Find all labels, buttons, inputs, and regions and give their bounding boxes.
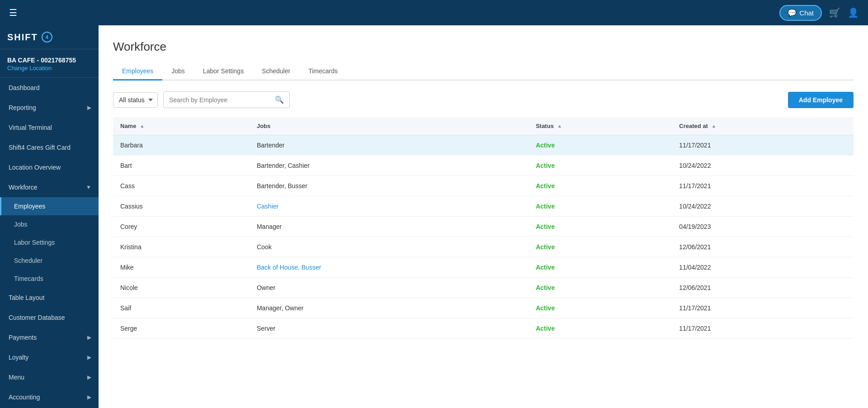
table-row[interactable]: NicoleOwnerActive12/06/2021 [113,278,854,298]
topbar: ☰ 💬 Chat 🛒 👤 [0,0,868,25]
cell-status: Active [528,217,672,237]
cell-name: Cass [113,176,250,196]
chevron-right-icon-payments: ▶ [87,334,91,341]
change-location-link[interactable]: Change Location [7,65,52,71]
cell-created-at: 04/19/2023 [672,217,854,237]
table-row[interactable]: CassiusCashierActive10/24/2022 [113,196,854,217]
chevron-right-icon-menu: ▶ [87,374,91,380]
sidebar-item-timecards[interactable]: Timecards [0,270,99,288]
table-body: BarbaraBartenderActive11/17/2021BartBart… [113,135,854,339]
cell-status: Active [528,298,672,318]
cell-jobs: Owner [250,278,528,298]
cell-status: Active [528,257,672,278]
sidebar-nav: Dashboard Reporting ▶ Virtual Terminal S… [0,78,99,407]
sidebar-logo: SHIFT 4 [0,25,99,49]
tabs: Employees Jobs Labor Settings Scheduler … [113,63,854,81]
sidebar-item-accounting[interactable]: Accounting ▶ [0,387,99,407]
th-status[interactable]: Status ▲ [528,117,672,135]
sort-icon-created: ▲ [712,123,716,128]
table-row[interactable]: KristinaCookActive12/06/2021 [113,237,854,257]
cell-jobs: Bartender, Busser [250,176,528,196]
cell-name: Nicole [113,278,250,298]
table-row[interactable]: BarbaraBartenderActive11/17/2021 [113,135,854,156]
cell-status: Active [528,278,672,298]
hamburger-icon[interactable]: ☰ [9,7,17,18]
cell-jobs: Back of House, Busser [250,257,528,278]
tab-labor-settings[interactable]: Labor Settings [194,63,253,81]
cell-created-at: 10/24/2022 [672,156,854,176]
cell-name: Serge [113,318,250,339]
cell-created-at: 12/06/2021 [672,237,854,257]
table-row[interactable]: CoreyManagerActive04/19/2023 [113,217,854,237]
cell-created-at: 11/04/2022 [672,257,854,278]
status-badge: Active [536,142,555,149]
sidebar-item-scheduler[interactable]: Scheduler [0,251,99,270]
status-filter[interactable]: All status Active Inactive [113,92,158,108]
table-row[interactable]: CassBartender, BusserActive11/17/2021 [113,176,854,196]
cell-jobs: Manager [250,217,528,237]
toolbar: All status Active Inactive 🔍 Add Employe… [113,91,854,108]
chat-label: Chat [799,9,814,17]
cell-jobs: Cook [250,237,528,257]
th-name[interactable]: Name ▲ [113,117,250,135]
cell-status: Active [528,196,672,217]
table-row[interactable]: BartBartender, CashierActive10/24/2022 [113,156,854,176]
brand-name: BA CAFE - 0021768755 [7,57,91,64]
cell-name: Saif [113,298,250,318]
tab-employees[interactable]: Employees [113,63,162,81]
sidebar-item-customer-database[interactable]: Customer Database [0,308,99,327]
status-badge: Active [536,223,555,230]
status-badge: Active [536,203,555,210]
tab-scheduler[interactable]: Scheduler [253,63,299,81]
cell-status: Active [528,156,672,176]
toolbar-left: All status Active Inactive 🔍 [113,91,290,108]
sidebar-item-menu[interactable]: Menu ▶ [0,367,99,387]
sidebar-item-loyalty[interactable]: Loyalty ▶ [0,347,99,367]
sidebar-item-gift-card[interactable]: Shift4 Cares Gift Card [0,138,99,157]
chat-icon: 💬 [788,9,797,17]
tab-timecards[interactable]: Timecards [299,63,347,81]
tab-jobs[interactable]: Jobs [162,63,194,81]
table-row[interactable]: SergeServerActive11/17/2021 [113,318,854,339]
sidebar-item-jobs[interactable]: Jobs [0,215,99,233]
cell-name: Kristina [113,237,250,257]
sidebar-item-table-layout[interactable]: Table Layout [0,288,99,308]
cell-created-at: 11/17/2021 [672,176,854,196]
chevron-down-icon: ▼ [86,184,91,190]
topbar-left: ☰ [9,7,17,18]
cart-icon[interactable]: 🛒 [829,7,840,18]
cell-jobs: Manager, Owner [250,298,528,318]
sidebar-item-dashboard[interactable]: Dashboard [0,78,99,98]
sidebar-item-employees[interactable]: Employees [0,197,99,215]
sidebar-item-virtual-terminal[interactable]: Virtual Terminal [0,118,99,138]
topbar-right: 💬 Chat 🛒 👤 [779,5,859,21]
job-link[interactable]: Back of House, Busser [257,264,321,271]
user-icon[interactable]: 👤 [848,7,859,18]
sidebar-item-payments[interactable]: Payments ▶ [0,327,99,347]
table-row[interactable]: MikeBack of House, BusserActive11/04/202… [113,257,854,278]
job-link[interactable]: Cashier [257,203,278,210]
search-input[interactable] [169,96,271,104]
chevron-right-icon: ▶ [87,104,91,111]
th-created-at[interactable]: Created at ▲ [672,117,854,135]
cell-created-at: 12/06/2021 [672,278,854,298]
sidebar-item-workforce[interactable]: Workforce ▼ [0,177,99,197]
cell-name: Mike [113,257,250,278]
status-badge: Active [536,304,555,312]
sidebar-item-location-overview[interactable]: Location Overview [0,157,99,177]
main-layout: SHIFT 4 BA CAFE - 0021768755 Change Loca… [0,25,868,408]
sidebar-item-reporting[interactable]: Reporting ▶ [0,98,99,118]
status-badge: Active [536,264,555,271]
status-badge: Active [536,243,555,251]
chevron-right-icon-loyalty: ▶ [87,354,91,361]
search-icon: 🔍 [275,95,284,104]
table-row[interactable]: SaifManager, OwnerActive11/17/2021 [113,298,854,318]
table-header: Name ▲ Jobs Status ▲ [113,117,854,135]
sidebar-item-labor-settings[interactable]: Labor Settings [0,233,99,251]
cell-created-at: 11/17/2021 [672,318,854,339]
cell-status: Active [528,176,672,196]
cell-created-at: 11/17/2021 [672,135,854,156]
chat-button[interactable]: 💬 Chat [779,5,822,21]
cell-status: Active [528,135,672,156]
add-employee-button[interactable]: Add Employee [788,92,854,108]
